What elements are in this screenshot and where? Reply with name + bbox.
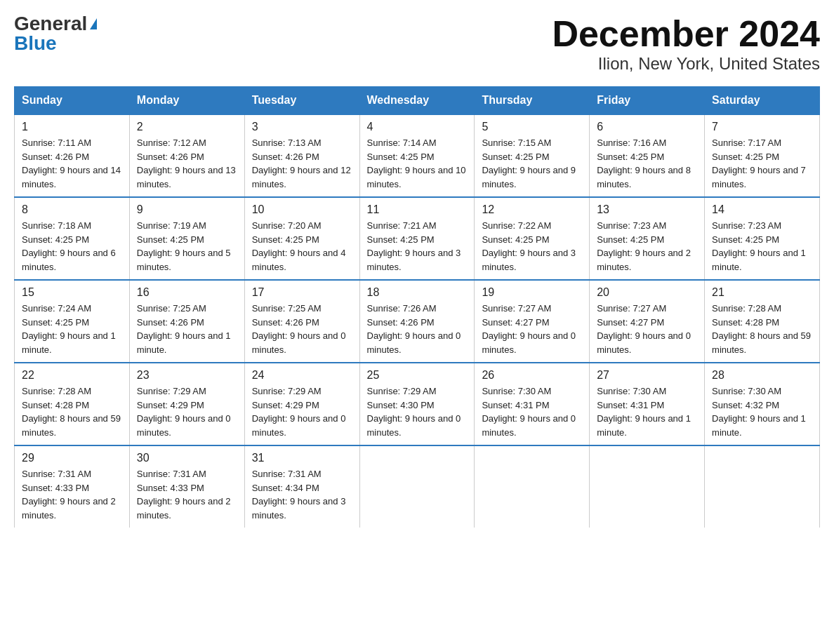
calendar-cell: 7 Sunrise: 7:17 AMSunset: 4:25 PMDayligh…: [705, 114, 820, 197]
day-info: Sunrise: 7:31 AMSunset: 4:33 PMDaylight:…: [22, 469, 116, 521]
logo-blue: Blue: [14, 32, 57, 54]
day-info: Sunrise: 7:29 AMSunset: 4:29 PMDaylight:…: [252, 386, 346, 438]
column-header-monday: Monday: [129, 87, 244, 115]
calendar-week-row: 15 Sunrise: 7:24 AMSunset: 4:25 PMDaylig…: [15, 280, 820, 363]
day-number: 28: [712, 369, 812, 382]
day-number: 22: [22, 369, 122, 382]
day-info: Sunrise: 7:19 AMSunset: 4:25 PMDaylight:…: [137, 220, 231, 272]
calendar-cell: 1 Sunrise: 7:11 AMSunset: 4:26 PMDayligh…: [15, 114, 130, 197]
day-number: 4: [367, 121, 468, 133]
day-info: Sunrise: 7:31 AMSunset: 4:33 PMDaylight:…: [137, 469, 231, 521]
day-number: 16: [137, 286, 237, 299]
day-number: 5: [482, 121, 582, 133]
day-info: Sunrise: 7:15 AMSunset: 4:25 PMDaylight:…: [482, 137, 576, 189]
calendar-cell: 22 Sunrise: 7:28 AMSunset: 4:28 PMDaylig…: [15, 363, 130, 445]
calendar-cell: [705, 445, 820, 528]
calendar-cell: 13 Sunrise: 7:23 AMSunset: 4:25 PMDaylig…: [590, 197, 705, 280]
calendar-cell: 27 Sunrise: 7:30 AMSunset: 4:31 PMDaylig…: [590, 363, 705, 445]
column-header-tuesday: Tuesday: [244, 87, 359, 115]
day-number: 24: [252, 369, 352, 382]
page-subtitle: Ilion, New York, United States: [552, 54, 820, 74]
calendar-cell: 26 Sunrise: 7:30 AMSunset: 4:31 PMDaylig…: [475, 363, 590, 445]
day-info: Sunrise: 7:31 AMSunset: 4:34 PMDaylight:…: [252, 469, 346, 521]
day-number: 9: [137, 203, 237, 216]
calendar-cell: 30 Sunrise: 7:31 AMSunset: 4:33 PMDaylig…: [129, 445, 244, 528]
day-info: Sunrise: 7:30 AMSunset: 4:31 PMDaylight:…: [482, 386, 576, 438]
day-info: Sunrise: 7:20 AMSunset: 4:25 PMDaylight:…: [252, 220, 346, 272]
calendar-week-row: 22 Sunrise: 7:28 AMSunset: 4:28 PMDaylig…: [15, 363, 820, 445]
day-info: Sunrise: 7:14 AMSunset: 4:25 PMDaylight:…: [367, 137, 466, 189]
calendar-table: SundayMondayTuesdayWednesdayThursdayFrid…: [14, 86, 820, 528]
day-info: Sunrise: 7:21 AMSunset: 4:25 PMDaylight:…: [367, 220, 461, 272]
day-number: 6: [597, 121, 697, 133]
logo-general: General: [14, 14, 87, 34]
day-info: Sunrise: 7:16 AMSunset: 4:25 PMDaylight:…: [597, 137, 691, 189]
day-number: 21: [712, 286, 812, 299]
day-info: Sunrise: 7:11 AMSunset: 4:26 PMDaylight:…: [22, 137, 121, 189]
calendar-cell: 5 Sunrise: 7:15 AMSunset: 4:25 PMDayligh…: [475, 114, 590, 197]
calendar-cell: [475, 445, 590, 528]
calendar-cell: 25 Sunrise: 7:29 AMSunset: 4:30 PMDaylig…: [359, 363, 475, 445]
day-info: Sunrise: 7:25 AMSunset: 4:26 PMDaylight:…: [252, 303, 346, 355]
calendar-cell: 4 Sunrise: 7:14 AMSunset: 4:25 PMDayligh…: [359, 114, 475, 197]
column-header-friday: Friday: [590, 87, 705, 115]
calendar-cell: 31 Sunrise: 7:31 AMSunset: 4:34 PMDaylig…: [244, 445, 359, 528]
day-number: 13: [597, 203, 697, 216]
day-number: 1: [22, 121, 122, 133]
day-number: 30: [137, 452, 237, 464]
calendar-cell: 21 Sunrise: 7:28 AMSunset: 4:28 PMDaylig…: [705, 280, 820, 363]
day-info: Sunrise: 7:27 AMSunset: 4:27 PMDaylight:…: [482, 303, 576, 355]
calendar-week-row: 1 Sunrise: 7:11 AMSunset: 4:26 PMDayligh…: [15, 114, 820, 197]
day-info: Sunrise: 7:24 AMSunset: 4:25 PMDaylight:…: [22, 303, 116, 355]
calendar-cell: 29 Sunrise: 7:31 AMSunset: 4:33 PMDaylig…: [15, 445, 130, 528]
calendar-cell: 18 Sunrise: 7:26 AMSunset: 4:26 PMDaylig…: [359, 280, 475, 363]
day-number: 26: [482, 369, 582, 382]
day-info: Sunrise: 7:25 AMSunset: 4:26 PMDaylight:…: [137, 303, 231, 355]
calendar-cell: [590, 445, 705, 528]
day-number: 23: [137, 369, 237, 382]
day-number: 2: [137, 121, 237, 133]
day-number: 7: [712, 121, 812, 133]
day-number: 3: [252, 121, 352, 133]
column-header-wednesday: Wednesday: [359, 87, 475, 115]
title-area: December 2024 Ilion, New York, United St…: [552, 14, 820, 74]
calendar-cell: 8 Sunrise: 7:18 AMSunset: 4:25 PMDayligh…: [15, 197, 130, 280]
calendar-cell: 20 Sunrise: 7:27 AMSunset: 4:27 PMDaylig…: [590, 280, 705, 363]
calendar-week-row: 8 Sunrise: 7:18 AMSunset: 4:25 PMDayligh…: [15, 197, 820, 280]
column-header-thursday: Thursday: [475, 87, 590, 115]
day-info: Sunrise: 7:27 AMSunset: 4:27 PMDaylight:…: [597, 303, 691, 355]
day-info: Sunrise: 7:12 AMSunset: 4:26 PMDaylight:…: [137, 137, 236, 189]
day-number: 19: [482, 286, 582, 299]
calendar-cell: 24 Sunrise: 7:29 AMSunset: 4:29 PMDaylig…: [244, 363, 359, 445]
calendar-cell: 12 Sunrise: 7:22 AMSunset: 4:25 PMDaylig…: [475, 197, 590, 280]
calendar-cell: [359, 445, 475, 528]
calendar-cell: 15 Sunrise: 7:24 AMSunset: 4:25 PMDaylig…: [15, 280, 130, 363]
day-number: 11: [367, 203, 468, 216]
calendar-cell: 6 Sunrise: 7:16 AMSunset: 4:25 PMDayligh…: [590, 114, 705, 197]
calendar-cell: 19 Sunrise: 7:27 AMSunset: 4:27 PMDaylig…: [475, 280, 590, 363]
day-number: 10: [252, 203, 352, 216]
day-number: 12: [482, 203, 582, 216]
calendar-cell: 16 Sunrise: 7:25 AMSunset: 4:26 PMDaylig…: [129, 280, 244, 363]
day-number: 8: [22, 203, 122, 216]
day-number: 20: [597, 286, 697, 299]
day-number: 15: [22, 286, 122, 299]
day-number: 27: [597, 369, 697, 382]
calendar-cell: 3 Sunrise: 7:13 AMSunset: 4:26 PMDayligh…: [244, 114, 359, 197]
day-info: Sunrise: 7:30 AMSunset: 4:32 PMDaylight:…: [712, 386, 806, 438]
calendar-week-row: 29 Sunrise: 7:31 AMSunset: 4:33 PMDaylig…: [15, 445, 820, 528]
logo: General Blue: [14, 14, 97, 53]
calendar-cell: 28 Sunrise: 7:30 AMSunset: 4:32 PMDaylig…: [705, 363, 820, 445]
calendar-cell: 2 Sunrise: 7:12 AMSunset: 4:26 PMDayligh…: [129, 114, 244, 197]
day-info: Sunrise: 7:28 AMSunset: 4:28 PMDaylight:…: [22, 386, 121, 438]
day-info: Sunrise: 7:29 AMSunset: 4:29 PMDaylight:…: [137, 386, 231, 438]
calendar-cell: 17 Sunrise: 7:25 AMSunset: 4:26 PMDaylig…: [244, 280, 359, 363]
day-number: 14: [712, 203, 812, 216]
day-info: Sunrise: 7:23 AMSunset: 4:25 PMDaylight:…: [712, 220, 806, 272]
day-number: 25: [367, 369, 468, 382]
calendar-header-row: SundayMondayTuesdayWednesdayThursdayFrid…: [15, 87, 820, 115]
logo-triangle-icon: [90, 18, 97, 29]
calendar-cell: 9 Sunrise: 7:19 AMSunset: 4:25 PMDayligh…: [129, 197, 244, 280]
day-info: Sunrise: 7:26 AMSunset: 4:26 PMDaylight:…: [367, 303, 461, 355]
day-info: Sunrise: 7:22 AMSunset: 4:25 PMDaylight:…: [482, 220, 576, 272]
